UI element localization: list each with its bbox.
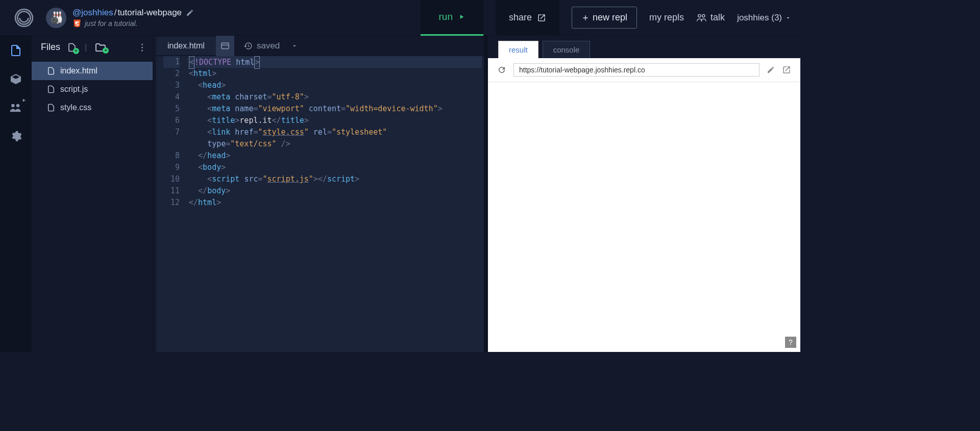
file-name: script.js xyxy=(60,85,88,94)
editor-tab-index[interactable]: index.html xyxy=(156,37,216,55)
share-button[interactable]: share xyxy=(496,0,559,36)
saved-status: saved xyxy=(243,41,298,51)
path-separator: / xyxy=(114,8,117,18)
svg-point-4 xyxy=(141,43,143,45)
sidebar-files-icon[interactable] xyxy=(8,43,23,58)
chevron-down-icon[interactable] xyxy=(291,42,298,49)
replit-logo[interactable] xyxy=(11,5,37,31)
play-icon xyxy=(458,13,465,20)
history-icon[interactable] xyxy=(243,41,253,50)
url-bar xyxy=(488,58,800,82)
files-panel: Files + | + index.htmlscript.jsstyle.css xyxy=(32,36,153,352)
new-repl-button[interactable]: new repl xyxy=(572,7,637,29)
user-menu[interactable]: joshhies (3) xyxy=(737,13,791,23)
project-name[interactable]: tutorial-webpage xyxy=(117,8,182,18)
html5-icon xyxy=(72,19,82,28)
editor-tab-bar: index.html saved xyxy=(156,36,484,56)
project-description: just for a tutorial. xyxy=(85,19,138,28)
svg-point-5 xyxy=(141,46,143,48)
edit-url-icon[interactable] xyxy=(767,66,775,74)
help-button[interactable]: ? xyxy=(785,337,796,348)
url-input[interactable] xyxy=(513,63,760,77)
share-icon xyxy=(537,13,546,22)
new-file-button[interactable]: + xyxy=(67,42,77,53)
file-name: style.css xyxy=(60,103,91,112)
svg-point-3 xyxy=(16,104,20,108)
svg-rect-7 xyxy=(222,43,229,48)
output-tab-result[interactable]: result xyxy=(498,41,538,58)
file-list: index.htmlscript.jsstyle.css xyxy=(32,59,153,120)
my-repls-link[interactable]: my repls xyxy=(649,12,684,23)
run-button[interactable]: run xyxy=(421,0,483,36)
divider: | xyxy=(85,43,87,52)
editor-layout-button[interactable] xyxy=(216,36,234,56)
files-title: Files xyxy=(41,42,60,53)
talk-link[interactable]: talk xyxy=(696,12,725,23)
code-area[interactable]: <!DOCTYPE html><html> <head> <meta chars… xyxy=(187,56,484,352)
output-tab-bar: resultconsole xyxy=(488,36,800,58)
file-item[interactable]: style.css xyxy=(32,98,153,117)
editor-panel: index.html saved 123456789101112 <!DOCTY… xyxy=(156,36,488,352)
sidebar-packages-icon[interactable] xyxy=(8,71,23,87)
project-meta: @joshhies / tutorial-webpage just for a … xyxy=(72,8,421,28)
gutter: 123456789101112 xyxy=(156,56,187,352)
pencil-icon[interactable] xyxy=(186,9,194,17)
open-external-icon[interactable] xyxy=(782,65,791,74)
output-iframe[interactable]: ? xyxy=(488,82,800,352)
svg-point-2 xyxy=(11,104,15,108)
svg-point-1 xyxy=(702,14,705,17)
file-name: index.html xyxy=(60,66,97,75)
header-bar: 🎳 @joshhies / tutorial-webpage just for … xyxy=(0,0,800,36)
reload-icon[interactable] xyxy=(497,65,506,74)
sidebar-settings-icon[interactable] xyxy=(8,129,23,144)
sidebar-multiplayer-icon[interactable]: + xyxy=(8,100,23,115)
output-panel: resultconsole ? xyxy=(488,36,800,352)
svg-point-6 xyxy=(141,49,143,51)
svg-point-0 xyxy=(698,14,701,17)
file-item[interactable]: index.html xyxy=(32,62,153,80)
files-more-button[interactable] xyxy=(141,43,143,52)
file-icon xyxy=(47,85,55,94)
plus-icon xyxy=(581,14,590,22)
chevron-down-icon xyxy=(785,15,791,21)
left-sidebar: + xyxy=(0,36,32,352)
avatar[interactable]: 🎳 xyxy=(46,8,66,28)
file-item[interactable]: script.js xyxy=(32,80,153,98)
output-tab-console[interactable]: console xyxy=(543,41,591,58)
file-icon xyxy=(47,103,55,112)
username-link[interactable]: @joshhies xyxy=(72,8,113,18)
people-icon xyxy=(696,14,707,22)
file-icon xyxy=(47,66,55,75)
main-area: + Files + | + index.htmlscript.jsstyle.c… xyxy=(0,36,800,352)
editor-body[interactable]: 123456789101112 <!DOCTYPE html><html> <h… xyxy=(156,56,484,352)
new-folder-button[interactable]: + xyxy=(95,43,106,52)
